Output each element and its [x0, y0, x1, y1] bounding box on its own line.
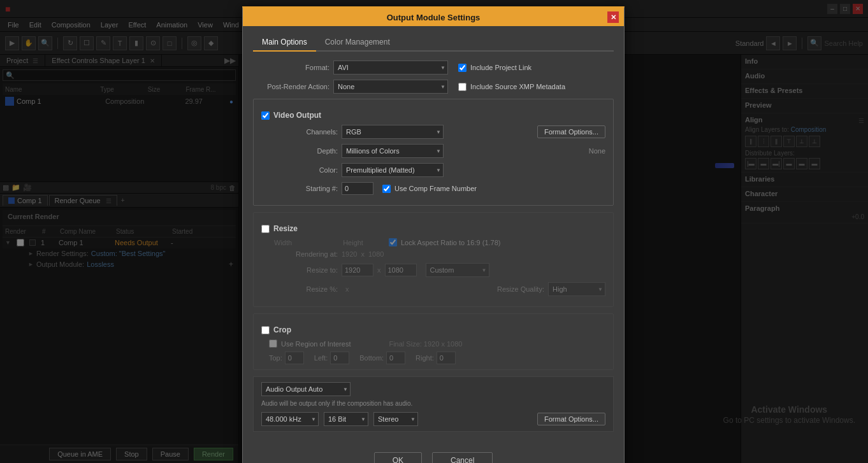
video-output-header: Video Output	[261, 111, 605, 120]
resize-to-label: Resize to:	[261, 266, 338, 274]
post-render-row: Post-Render Action: None Import Import &…	[253, 80, 614, 94]
rendering-at-h: 1080	[368, 250, 384, 258]
modal-close-button[interactable]: ✕	[607, 11, 619, 23]
lock-aspect-label: Lock Aspect Ratio to 16:9 (1.78)	[389, 238, 501, 246]
rendering-at-row: Rendering at: 1920 x 1080	[261, 250, 605, 258]
stereo-wrapper: Stereo Mono	[373, 412, 418, 426]
crop-content: Use Region of Interest Final Size: 1920 …	[261, 339, 605, 364]
resize-quality-label: Resize Quality:	[468, 285, 544, 293]
crop-top-input[interactable]	[285, 352, 304, 364]
lock-aspect-checkbox[interactable]	[389, 238, 397, 246]
modal-title-bar: Output Module Settings ✕	[243, 8, 624, 26]
video-output-checkbox[interactable]	[261, 111, 270, 120]
stereo-select[interactable]: Stereo Mono	[373, 412, 418, 426]
starting-num-label: Starting #:	[261, 185, 338, 192]
audio-format-options-wrapper: Format Options...	[423, 413, 605, 425]
crop-right-input[interactable]	[437, 352, 456, 364]
video-output-section: Video Output Channels: RGB RGBA Alpha Fo…	[253, 99, 614, 206]
resize-to-preset-wrapper: Custom	[426, 263, 489, 277]
modal-overlay: Output Module Settings ✕ Main Options Co…	[0, 0, 868, 463]
depth-select[interactable]: Millions of Colors Millions of Colors+	[342, 144, 444, 158]
channels-select-wrapper: RGB RGBA Alpha	[342, 125, 444, 139]
include-xmp-checkbox[interactable]	[458, 83, 467, 91]
resize-header: Resize	[261, 224, 605, 233]
resize-pct-x: x	[345, 285, 349, 293]
bit-select[interactable]: 16 Bit 8 Bit	[324, 412, 368, 426]
crop-left-input[interactable]	[330, 352, 349, 364]
resize-quality-wrapper: High Medium Low	[548, 282, 605, 296]
audio-output-section: Audio Output Auto Audio Output On Audio …	[253, 376, 614, 432]
resize-to-h-input[interactable]	[385, 264, 417, 276]
resize-width-label: Width	[274, 239, 292, 246]
crop-right-label: Right:	[416, 354, 434, 362]
ok-button[interactable]: OK	[374, 452, 422, 463]
channels-select[interactable]: RGB RGBA Alpha	[342, 125, 444, 139]
resize-pct-row: Resize %: x Resize Quality: High Medium …	[261, 282, 605, 296]
modal-tabs: Main Options Color Management	[253, 34, 614, 52]
modal-title: Output Module Settings	[259, 13, 607, 22]
include-xmp-label: Include Source XMP Metadata	[458, 83, 565, 91]
depth-label: Depth:	[261, 147, 338, 155]
audio-auto-row: Audio Output Auto Audio Output On Audio …	[261, 382, 605, 396]
format-select[interactable]: AVI QuickTime PNG Sequence	[333, 61, 448, 75]
resize-content: Width Height Lock Aspect Ratio to 16:9 (…	[261, 238, 605, 296]
format-options-btn-wrapper: Format Options...	[447, 125, 605, 138]
color-row: Color: Premultiplied (Matted) Straight (…	[261, 163, 605, 177]
resize-to-w-input[interactable]	[342, 264, 373, 276]
resize-to-x: x	[377, 266, 381, 274]
audio-controls-row: 48.000 kHz 44.100 kHz 16 Bit 8 Bit Stere…	[261, 412, 605, 426]
crop-left-label: Left:	[314, 354, 328, 362]
use-roi-label: Use Region of Interest	[269, 339, 351, 348]
audio-auto-wrapper: Audio Output Auto Audio Output On Audio …	[261, 382, 351, 396]
khz-select[interactable]: 48.000 kHz 44.100 kHz	[261, 412, 319, 426]
resize-dimensions-row: Width Height Lock Aspect Ratio to 16:9 (…	[261, 238, 605, 246]
modal-footer: OK Cancel	[243, 446, 624, 463]
crop-bottom-label: Bottom:	[359, 354, 384, 362]
crop-bottom-input[interactable]	[386, 352, 405, 364]
rendering-at-x: x	[361, 250, 365, 258]
post-render-select[interactable]: None Import Import & Replace Usage	[333, 80, 448, 94]
audio-format-options-btn[interactable]: Format Options...	[537, 413, 605, 425]
crop-values-row: Top: Left: Bottom: Right:	[261, 352, 605, 364]
resize-section: Resize Width Height Lock Aspect Ratio to…	[253, 212, 614, 307]
crop-right-row: Right:	[416, 352, 456, 364]
format-row: Format: AVI QuickTime PNG Sequence Inclu…	[253, 61, 614, 75]
post-render-label: Post-Render Action:	[253, 83, 329, 90]
include-project-link-label: Include Project Link	[458, 64, 532, 72]
modal-body: Main Options Color Management Format: AV…	[243, 26, 624, 446]
crop-top-label: Top:	[269, 354, 282, 362]
cancel-button[interactable]: Cancel	[432, 452, 493, 463]
tab-main-options[interactable]: Main Options	[253, 34, 316, 52]
resize-checkbox[interactable]	[261, 225, 270, 233]
crop-left-row: Left:	[314, 352, 349, 364]
codec-label-wrapper: None	[447, 147, 605, 155]
format-select-wrapper: AVI QuickTime PNG Sequence	[333, 61, 448, 75]
resize-to-preset-select[interactable]: Custom	[426, 263, 489, 277]
post-render-select-wrapper: None Import Import & Replace Usage	[333, 80, 448, 94]
crop-checkbox[interactable]	[261, 326, 270, 334]
resize-pct-label: Resize %:	[261, 285, 338, 293]
khz-wrapper: 48.000 kHz 44.100 kHz	[261, 412, 319, 426]
tab-color-management[interactable]: Color Management	[316, 34, 399, 52]
audio-auto-select[interactable]: Audio Output Auto Audio Output On Audio …	[261, 382, 351, 396]
depth-select-wrapper: Millions of Colors Millions of Colors+	[342, 144, 444, 158]
color-select-wrapper: Premultiplied (Matted) Straight (Unmatte…	[342, 163, 444, 177]
output-module-modal: Output Module Settings ✕ Main Options Co…	[242, 6, 625, 463]
starting-num-row: Starting #: Use Comp Frame Number	[261, 182, 605, 195]
codec-label: None	[589, 147, 605, 155]
rendering-at-w: 1920	[342, 250, 357, 258]
resize-height-label: Height	[343, 239, 363, 246]
color-select[interactable]: Premultiplied (Matted) Straight (Unmatte…	[342, 163, 444, 177]
resize-to-row: Resize to: x Custom	[261, 263, 605, 277]
include-project-link-checkbox[interactable]	[458, 64, 467, 72]
color-label: Color:	[261, 166, 338, 174]
video-format-options-btn[interactable]: Format Options...	[537, 125, 605, 138]
use-comp-frame-checkbox[interactable]	[382, 185, 391, 193]
starting-num-input[interactable]	[342, 182, 373, 195]
audio-note: Audio will be output only if the composi…	[261, 400, 605, 407]
bit-wrapper: 16 Bit 8 Bit	[324, 412, 368, 426]
use-roi-checkbox[interactable]	[269, 339, 277, 348]
channels-row: Channels: RGB RGBA Alpha Format Options.…	[261, 125, 605, 139]
format-label: Format:	[253, 64, 329, 71]
resize-quality-select[interactable]: High Medium Low	[548, 282, 605, 296]
